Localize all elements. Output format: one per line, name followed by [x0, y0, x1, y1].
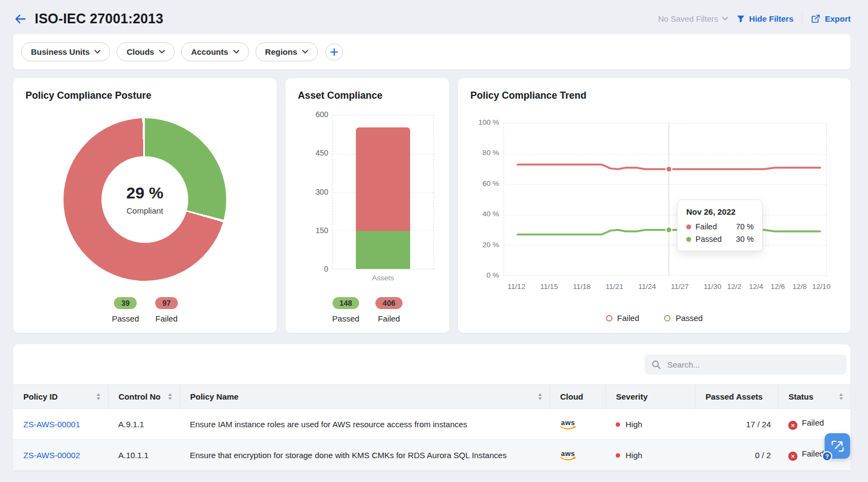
status-label: Failed — [802, 418, 824, 427]
compliance-label: Compliant — [126, 206, 163, 215]
circle-x-icon: ✕ — [788, 421, 797, 430]
passed-stat: 39 Passed — [112, 297, 139, 323]
policy-id-link[interactable]: ZS-AWS-00001 — [23, 420, 80, 429]
filter-pill-business-units[interactable]: Business Units — [21, 42, 110, 61]
severity-label: High — [626, 420, 642, 429]
trend-xtick-label: 11/12 — [508, 282, 526, 291]
trend-xtick-label: 12/8 — [793, 282, 807, 291]
bar-ytick-label: 600 — [316, 110, 328, 119]
column-label: Control No — [119, 392, 161, 401]
trend-xtick-label: 11/15 — [540, 282, 558, 291]
tooltip-failed-label: Failed — [695, 222, 717, 231]
failed-legend-ring-icon — [606, 315, 612, 322]
filter-pill-regions[interactable]: Regions — [256, 42, 318, 61]
tooltip-passed-row: Passed 30 % — [686, 235, 754, 243]
table-header-row: Policy IDControl NoPolicy NameCloudSever… — [13, 385, 851, 409]
failed-label: Failed — [156, 314, 178, 323]
policy-id-link[interactable]: ZS-AWS-00002 — [23, 451, 80, 460]
funnel-icon — [737, 15, 745, 23]
filter-pill-clouds[interactable]: Clouds — [117, 42, 175, 61]
compliance-percentage: 29 % — [126, 184, 163, 202]
tooltip-failed-row: Failed 70 % — [686, 222, 754, 231]
filter-pill-accounts[interactable]: Accounts — [181, 42, 248, 61]
column-header-cloud: Cloud — [550, 385, 605, 409]
support-widget-button[interactable]: ? — [825, 433, 850, 459]
failed-stat: 406 Failed — [375, 297, 402, 323]
filter-pill-label: Regions — [265, 47, 297, 56]
passed-segment — [356, 231, 410, 269]
back-button[interactable] — [14, 12, 27, 25]
circle-x-icon: ✕ — [788, 452, 797, 461]
chevron-down-icon — [94, 50, 100, 54]
column-header-severity: Severity — [605, 385, 695, 409]
legend-passed-label: Passed — [675, 313, 703, 323]
control-no-cell: A.10.1.1 — [108, 440, 180, 471]
divider — [802, 14, 802, 24]
passed-dot-icon — [686, 237, 691, 242]
page-header: ISO-IEC 27001:2013 No Saved Filters Hide… — [0, 0, 868, 34]
add-filter-button[interactable] — [326, 43, 343, 61]
legend-failed-label: Failed — [617, 313, 640, 323]
column-label: Status — [789, 392, 814, 401]
trend-xtick-label: 11/27 — [671, 282, 689, 291]
column-label: Severity — [616, 392, 648, 401]
asset-compliance-card: Asset Compliance 6004503001500 Assets 14… — [285, 78, 449, 333]
failed-count-badge: 97 — [155, 297, 178, 309]
asset-stats: 148 Passed 406 Failed — [285, 297, 449, 323]
asset-bar-chart — [332, 115, 434, 269]
bar-ytick-label: 300 — [316, 188, 328, 196]
hide-filters-button[interactable]: Hide Filters — [737, 14, 794, 23]
card-title: Policy Compliance Posture — [13, 78, 277, 101]
column-header-control-no[interactable]: Control No — [108, 385, 180, 409]
column-header-passed-assets: Passed Assets — [695, 385, 778, 409]
column-header-status[interactable]: Status — [778, 385, 851, 409]
export-label: Export — [825, 14, 851, 23]
failed-stat: 97 Failed — [155, 297, 178, 323]
chevron-down-icon — [722, 17, 728, 21]
chevron-down-icon — [233, 50, 239, 54]
tooltip-passed-value: 30 % — [726, 235, 754, 243]
column-header-policy-name[interactable]: Policy Name — [180, 385, 550, 409]
trend-legend: Failed Passed — [458, 313, 851, 323]
saved-filters-dropdown[interactable]: No Saved Filters — [658, 14, 728, 23]
filter-pill-label: Accounts — [191, 47, 228, 56]
failed-dot-icon — [686, 224, 691, 229]
bar-ytick-label: 150 — [316, 226, 328, 235]
bar-x-axis-label: Assets — [332, 274, 434, 282]
search-input[interactable] — [666, 359, 839, 370]
legend-item-failed[interactable]: Failed — [606, 313, 640, 323]
severity-label: High — [626, 451, 642, 460]
trend-xtick-label: 11/18 — [573, 282, 591, 291]
column-header-policy-id[interactable]: Policy ID — [13, 385, 108, 409]
policy-compliance-trend-card: Policy Compliance Trend 100 %80 %60 %40 … — [458, 78, 851, 333]
export-button[interactable]: Export — [811, 14, 851, 23]
trend-xtick-label: 12/10 — [812, 282, 831, 291]
table-row: ZS-AWS-00001A.9.1.1Ensure IAM instance r… — [13, 409, 851, 440]
hover-dot-failed — [666, 166, 672, 172]
failed-segment — [356, 127, 410, 231]
trend-xtick-label: 11/24 — [638, 282, 656, 291]
saved-filters-label: No Saved Filters — [658, 14, 718, 23]
severity-dot-icon — [616, 453, 620, 458]
filter-bar: Business Units Clouds Accounts Regions — [13, 34, 851, 69]
card-title: Policy Compliance Trend — [458, 78, 851, 101]
trend-ytick-label: 80 % — [482, 149, 499, 157]
trend-ytick-label: 100 % — [478, 118, 499, 126]
trend-ytick-label: 20 % — [482, 241, 499, 249]
trend-ytick-label: 0 % — [487, 271, 499, 279]
trend-tooltip: Nov 26, 2022 Failed 70 % Passed 30 % — [677, 200, 763, 251]
bar-ytick-label: 450 — [316, 149, 328, 157]
chevron-down-icon — [302, 50, 308, 54]
policy-id-cell: ZS-AWS-00001 — [13, 409, 108, 440]
passed-stat: 148 Passed — [332, 297, 359, 323]
policy-name-cell: Ensure that encryption for storage done … — [180, 440, 550, 471]
sort-arrows-icon — [96, 393, 101, 400]
failed-count-badge: 406 — [375, 297, 402, 309]
search-box[interactable] — [644, 355, 846, 375]
passed-label: Passed — [332, 314, 359, 323]
legend-item-passed[interactable]: Passed — [664, 313, 703, 323]
compliance-donut-chart: 29 % Compliant — [63, 118, 226, 281]
control-no-cell: A.9.1.1 — [108, 409, 180, 440]
trend-line-chart — [503, 123, 827, 276]
policy-name-cell: Ensure IAM instance roles are used for A… — [180, 409, 550, 440]
